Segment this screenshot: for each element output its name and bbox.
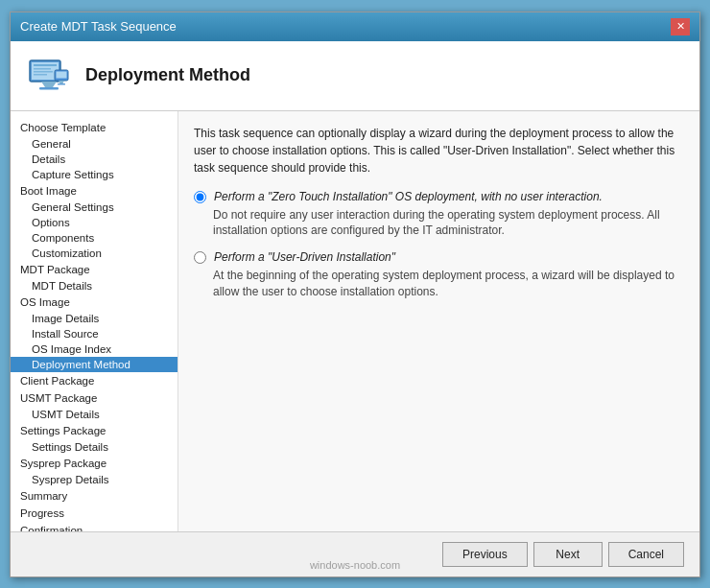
sidebar-item-settings-package[interactable]: Settings Package xyxy=(11,422,178,439)
svg-rect-3 xyxy=(34,68,51,70)
radio-zero-touch[interactable] xyxy=(194,191,206,203)
dialog-window: Create MDT Task Sequence ✕ xyxy=(10,12,700,577)
sidebar-item-install-source[interactable]: Install Source xyxy=(11,326,178,341)
sidebar-item-os-image[interactable]: OS Image xyxy=(11,294,178,311)
description-text: This task sequence can optionally displa… xyxy=(194,125,684,176)
svg-rect-4 xyxy=(34,71,53,73)
cancel-button[interactable]: Cancel xyxy=(608,542,684,567)
radio-option-user-driven: Perform a "User-Driven Installation" At … xyxy=(194,250,684,300)
sidebar-item-settings-details[interactable]: Settings Details xyxy=(11,439,178,455)
svg-rect-7 xyxy=(39,87,59,90)
svg-marker-6 xyxy=(41,82,57,87)
sidebar-item-general-settings[interactable]: General Settings xyxy=(11,200,178,215)
radio-user-driven[interactable] xyxy=(194,251,206,264)
sidebar-item-components[interactable]: Components xyxy=(11,230,178,246)
sidebar-item-confirmation[interactable]: Confirmation xyxy=(11,522,178,531)
main-content: This task sequence can optionally displa… xyxy=(178,111,699,531)
sidebar-item-sysprep-details[interactable]: Sysprep Details xyxy=(11,472,178,487)
sidebar-item-capture-settings[interactable]: Capture Settings xyxy=(11,167,178,182)
svg-rect-9 xyxy=(57,71,67,78)
sidebar-item-details[interactable]: Details xyxy=(11,152,178,167)
header-title: Deployment Method xyxy=(85,65,250,85)
sidebar-item-os-image-index[interactable]: OS Image Index xyxy=(11,341,178,357)
header-icon xyxy=(26,53,72,99)
window-title: Create MDT Task Sequence xyxy=(20,19,177,34)
next-button[interactable]: Next xyxy=(533,542,603,567)
footer: Previous Next Cancel xyxy=(11,531,699,576)
close-button[interactable]: ✕ xyxy=(671,18,690,35)
sidebar-item-progress[interactable]: Progress xyxy=(11,505,178,522)
radio-user-driven-label: Perform a "User-Driven Installation" xyxy=(214,250,395,264)
sidebar-item-usmt-package[interactable]: USMT Package xyxy=(11,389,178,407)
previous-button[interactable]: Previous xyxy=(442,542,528,567)
sidebar-item-general[interactable]: General xyxy=(11,136,178,152)
sidebar-item-customization[interactable]: Customization xyxy=(11,246,178,261)
sidebar: Choose Template General Details Capture … xyxy=(11,111,178,531)
sidebar-item-mdt-details[interactable]: MDT Details xyxy=(11,278,178,294)
sidebar-item-choose-template[interactable]: Choose Template xyxy=(11,119,178,136)
svg-marker-10 xyxy=(59,81,64,83)
svg-rect-2 xyxy=(34,64,57,66)
title-bar: Create MDT Task Sequence ✕ xyxy=(11,12,699,41)
radio-option-zero-touch: Perform a "Zero Touch Installation" OS d… xyxy=(194,190,684,240)
svg-rect-11 xyxy=(58,83,65,85)
sidebar-item-boot-image[interactable]: Boot Image xyxy=(11,182,178,200)
svg-rect-5 xyxy=(34,74,47,76)
sidebar-item-image-details[interactable]: Image Details xyxy=(11,311,178,326)
sidebar-item-mdt-package[interactable]: MDT Package xyxy=(11,261,178,278)
header-area: Deployment Method xyxy=(11,41,699,111)
sidebar-item-deployment-method[interactable]: Deployment Method xyxy=(11,357,178,372)
radio-zero-touch-label: Perform a "Zero Touch Installation" OS d… xyxy=(214,190,603,203)
radio-zero-touch-description: Do not require any user interaction duri… xyxy=(213,207,684,240)
content-area: Choose Template General Details Capture … xyxy=(11,111,699,531)
sidebar-item-options[interactable]: Options xyxy=(11,215,178,230)
sidebar-item-sysprep-package[interactable]: Sysprep Package xyxy=(11,455,178,472)
sidebar-item-usmt-details[interactable]: USMT Details xyxy=(11,407,178,422)
sidebar-item-summary[interactable]: Summary xyxy=(11,487,178,505)
sidebar-item-client-package[interactable]: Client Package xyxy=(11,372,178,389)
radio-user-driven-description: At the beginning of the operating system… xyxy=(213,268,684,300)
